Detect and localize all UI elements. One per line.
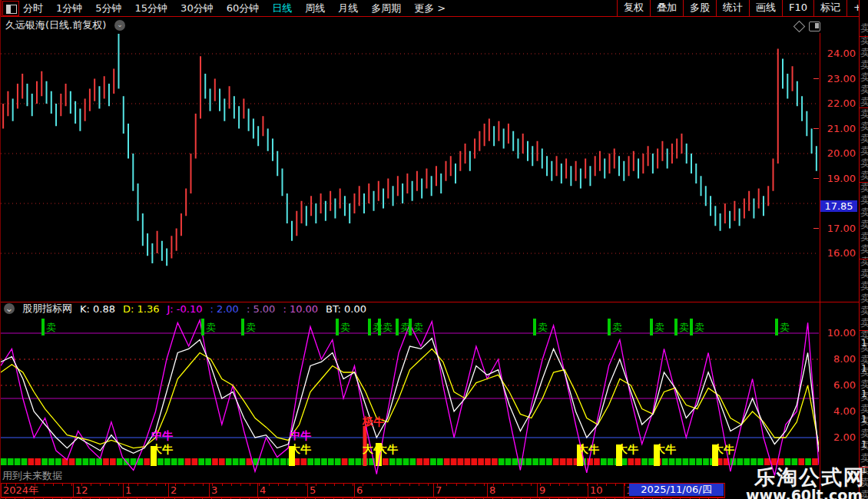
timeline-cell[interactable]: 1 (123, 484, 168, 497)
split-pane-icon[interactable] (809, 21, 820, 31)
timeline-cell[interactable]: 2024年 (2, 484, 72, 497)
timeline-tick (278, 484, 279, 486)
signal-segment (641, 458, 648, 465)
sell-flag-pole (650, 319, 653, 335)
toolbar-button-6[interactable]: 标记 (813, 0, 846, 16)
timeline-tick (578, 484, 578, 486)
indicator-level2: : 5.00 (247, 303, 275, 315)
timeline-tick (306, 484, 306, 486)
signal-segment (103, 458, 109, 465)
timeline-cell[interactable]: 6 (354, 484, 433, 497)
timeline-tick (363, 484, 363, 486)
price-label: 23.00 (820, 73, 856, 84)
sell-flag-label: 卖 (694, 322, 704, 333)
indicator-j-value: J: -0.10 (167, 303, 202, 315)
timeline-tick (15, 484, 16, 486)
timeline-cell[interactable]: 4 (257, 484, 307, 497)
signal-segment (342, 458, 348, 465)
menu-item-4[interactable]: 30分钟 (181, 0, 214, 16)
timeline-cell[interactable]: 7 (433, 484, 487, 497)
strip-divider (860, 107, 868, 108)
signal-segment (219, 458, 225, 465)
timeline-tick (512, 484, 513, 486)
signal-segment (389, 458, 396, 465)
signal-segment (1, 458, 7, 465)
sell-flag-label: 卖 (246, 322, 256, 333)
sell-flag-label: 卖 (340, 322, 350, 333)
signal-segment (662, 458, 668, 465)
menu-item-0[interactable]: 分时 (23, 0, 43, 16)
price-label: 24.00 (820, 48, 856, 59)
timeline-tick (194, 484, 194, 486)
price-label: 22.00 (820, 97, 856, 109)
signal-segment (737, 458, 744, 465)
sell-flag-label: 卖 (373, 322, 383, 333)
menu-item-9[interactable]: 多周期 (371, 0, 401, 16)
kdj-indicator-panel[interactable]: 卖卖卖卖卖卖卖卖卖卖卖卖卖卖中牛大牛中牛大牛极牛大牛大牛大牛大牛大牛大牛 (1, 315, 819, 480)
menu-item-8[interactable]: 月线 (338, 0, 358, 16)
chevron-down-icon[interactable]: ⌄ (4, 303, 15, 314)
timeline-tick (568, 484, 569, 486)
strip-divider (860, 330, 868, 331)
timeline-tick (475, 484, 475, 486)
toolbar-button-3[interactable]: 统计 (716, 0, 749, 16)
signal-segment (280, 458, 287, 465)
signal-segment (41, 458, 48, 465)
menu-item-3[interactable]: 15分钟 (135, 0, 168, 16)
timeline-cell[interactable]: 9 (537, 484, 588, 497)
sell-flag-pole (409, 319, 412, 335)
signal-segment (512, 458, 518, 465)
signal-segment (260, 458, 266, 465)
signal-segment (267, 458, 273, 465)
toolbar-button-4[interactable]: 画线 (749, 0, 782, 16)
indicator-axis-label: 10.00 (820, 327, 856, 339)
indicator-name[interactable]: 股朋指标网 (22, 302, 72, 316)
menu-item-10[interactable]: 更多 > (414, 0, 446, 16)
signal-segment (683, 458, 689, 465)
sell-flag-label: 卖 (46, 322, 56, 333)
toolbar-button-2[interactable]: 多股 (683, 0, 716, 16)
signal-segment (96, 458, 102, 465)
candlestick-chart[interactable] (1, 33, 819, 302)
sell-flag-label: 卖 (679, 322, 689, 333)
signal-segment (35, 458, 41, 465)
signal-segment (76, 458, 82, 465)
toolbar-button-5[interactable]: F10 (782, 0, 813, 16)
timeline-tick (390, 484, 391, 486)
timeline-cell[interactable]: 5 (307, 484, 354, 497)
price-label: 20.00 (820, 147, 856, 159)
indicator-axis-label: 8.00 (820, 353, 856, 365)
chevron-down-icon[interactable]: ⌄ (114, 20, 125, 31)
signal-segment (492, 458, 498, 465)
sell-flag-pole (41, 319, 45, 335)
layout-toggle-button[interactable] (2, 1, 19, 16)
bull-label: 大牛 (290, 443, 311, 455)
timeline-tick (493, 484, 494, 486)
quote-digit: 1 (861, 439, 867, 450)
timeline-tick (606, 484, 607, 486)
signal-segment (48, 458, 55, 465)
signal-segment (648, 458, 654, 465)
signal-segment (240, 458, 246, 465)
sell-flag-pole (533, 319, 536, 335)
signal-segment (328, 458, 334, 465)
signal-segment (478, 458, 484, 465)
menu-item-6[interactable]: 日线 (272, 0, 292, 16)
menu-item-1[interactable]: 1分钟 (56, 0, 82, 16)
menu-item-5[interactable]: 60分钟 (227, 0, 260, 16)
toolbar-button-0[interactable]: 复权 (617, 0, 650, 16)
timeline-tick (118, 484, 119, 486)
toolbar-button-1[interactable]: 叠加 (650, 0, 683, 16)
period-menu: 分时1分钟5分钟15分钟30分钟60分钟日线周线月线多周期更多 > (23, 0, 446, 16)
current-price-tag: 17.85 (820, 200, 857, 212)
menu-item-2[interactable]: 5分钟 (95, 0, 121, 16)
sell-flag-pole (368, 319, 371, 335)
timeline-tick (62, 484, 63, 486)
menu-item-7[interactable]: 周线 (305, 0, 325, 16)
signal-segment (131, 458, 137, 465)
indicator-d-value: D: 1.36 (123, 303, 159, 315)
timeline-tick (615, 484, 616, 486)
diamond-icon[interactable] (793, 21, 806, 33)
signal-segment (423, 458, 429, 465)
timeline-tick (587, 484, 588, 486)
